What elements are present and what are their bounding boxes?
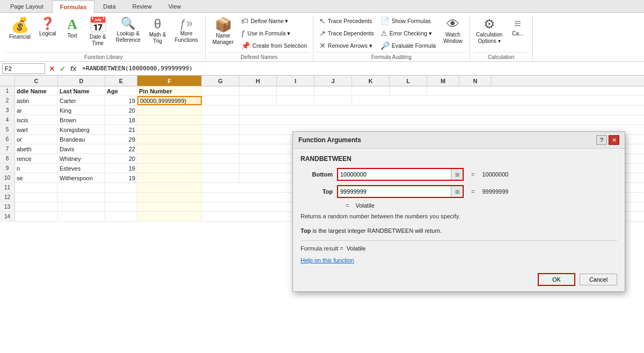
cell-c11[interactable] (15, 183, 58, 192)
cell-g4[interactable] (202, 115, 239, 124)
col-header-h[interactable]: H (239, 76, 277, 86)
cell-h2[interactable] (239, 96, 277, 105)
cell-d6[interactable]: Brandeau (58, 135, 105, 144)
cell-e14[interactable] (105, 212, 137, 221)
cell-e3[interactable]: 20 (105, 106, 137, 115)
use-formula-btn[interactable]: ƒ Use in Formula ▾ (238, 27, 310, 39)
col-header-c[interactable]: C (15, 76, 58, 86)
cell-c13[interactable] (15, 202, 58, 211)
evaluate-formula-btn[interactable]: 🔎 Evaluate Formula (378, 40, 438, 52)
cell-d11[interactable] (58, 183, 105, 192)
cell-d4[interactable]: Brown (58, 115, 105, 124)
cell-f9[interactable] (137, 164, 202, 173)
cell-f12[interactable] (137, 193, 202, 202)
tab-formulas[interactable]: Formulas (52, 1, 95, 13)
cell-d7[interactable]: Davis (58, 144, 105, 153)
cell-f14[interactable] (137, 212, 202, 221)
cell-g9[interactable] (202, 164, 239, 173)
tab-review[interactable]: Review (125, 0, 160, 12)
cell-c14[interactable] (15, 212, 58, 221)
cell-f2[interactable]: 00000,99999999) (137, 96, 202, 105)
help-link[interactable]: Help on this function (301, 257, 354, 263)
watch-window-btn[interactable]: 👁 Watch Window (440, 15, 466, 47)
define-name-btn[interactable]: 🏷 Define Name ▾ (238, 15, 310, 27)
cell-g3[interactable] (202, 106, 239, 115)
col-header-i[interactable]: I (277, 76, 314, 86)
cell-e5[interactable]: 21 (105, 125, 137, 134)
arg-top-input[interactable] (338, 187, 451, 196)
cell-e10[interactable]: 19 (105, 173, 137, 182)
logical-btn[interactable]: ❓ Logical (35, 15, 60, 40)
cell-g6[interactable] (202, 135, 239, 144)
col-header-m[interactable]: M (427, 76, 459, 86)
cell-e1[interactable]: Age (105, 86, 137, 95)
cell-c10[interactable]: se (15, 173, 58, 182)
tab-page-layout[interactable]: Page Layout (2, 0, 52, 12)
arg-bottom-pick-btn[interactable]: ⊞ (451, 169, 463, 180)
cell-c5[interactable]: wart (15, 125, 58, 134)
cell-g1[interactable] (202, 86, 239, 95)
cell-f13[interactable] (137, 202, 202, 211)
ok-button[interactable]: OK (538, 273, 575, 286)
cell-g7[interactable] (202, 144, 239, 153)
cell-d1[interactable]: Last Name (58, 86, 105, 95)
arg-bottom-input[interactable] (338, 170, 451, 179)
calc-options-btn[interactable]: ⚙ Calculation Options ▾ (473, 15, 506, 47)
cell-e7[interactable]: 22 (105, 144, 137, 153)
col-header-k[interactable]: K (352, 76, 390, 86)
cell-e8[interactable]: 20 (105, 154, 137, 163)
name-box[interactable] (2, 63, 45, 74)
cell-g2[interactable] (202, 96, 239, 105)
cell-d3[interactable]: King (58, 106, 105, 115)
cell-e6[interactable]: 29 (105, 135, 137, 144)
col-header-n[interactable]: N (459, 76, 492, 86)
cancel-button[interactable]: Cancel (580, 274, 617, 285)
calc-now-btn[interactable]: ≡ Ca... (507, 15, 529, 40)
cell-d12[interactable] (58, 193, 105, 202)
col-header-l[interactable]: L (390, 76, 427, 86)
insert-function-icon[interactable]: fx (69, 64, 78, 72)
cell-d8[interactable]: Whitney (58, 154, 105, 163)
formula-input[interactable] (80, 64, 642, 72)
tab-data[interactable]: Data (95, 0, 123, 12)
cell-f11[interactable] (137, 183, 202, 192)
cell-k1[interactable] (352, 86, 390, 95)
text-btn[interactable]: A Text (61, 15, 84, 42)
cell-d13[interactable] (58, 202, 105, 211)
remove-arrows-btn[interactable]: ✕ Remove Arrows ▾ (317, 40, 377, 52)
cell-h1[interactable] (239, 86, 277, 95)
col-header-d[interactable]: D (58, 76, 105, 86)
more-functions-btn[interactable]: ƒ» More Functions (171, 15, 201, 46)
cell-c12[interactable] (15, 193, 58, 202)
tab-view[interactable]: View (160, 0, 189, 12)
cell-i1[interactable] (277, 86, 314, 95)
trace-precedents-btn[interactable]: ↖ Trace Precedents (317, 15, 377, 27)
financial-btn[interactable]: 💰 Financial (5, 15, 34, 43)
cell-f1[interactable]: Pin Number (137, 86, 202, 95)
cell-f6[interactable] (137, 135, 202, 144)
col-header-e[interactable]: E (105, 76, 137, 86)
cell-f5[interactable] (137, 125, 202, 134)
cell-e9[interactable]: 19 (105, 164, 137, 173)
dialog-close-btn[interactable]: ✕ (609, 135, 619, 145)
col-header-j[interactable]: J (314, 76, 352, 86)
col-header-f[interactable]: F (137, 76, 202, 86)
cell-f8[interactable] (137, 154, 202, 163)
cell-d2[interactable]: Carter (58, 96, 105, 105)
cell-c6[interactable]: or (15, 135, 58, 144)
cell-c4[interactable]: iscis (15, 115, 58, 124)
dialog-help-btn[interactable]: ? (596, 135, 607, 145)
cell-c7[interactable]: abeth (15, 144, 58, 153)
cell-c1[interactable]: ddle Name (15, 86, 58, 95)
cell-e11[interactable] (105, 183, 137, 192)
cell-c9[interactable]: n (15, 164, 58, 173)
create-selection-btn[interactable]: 📌 Create from Selection (238, 40, 310, 52)
cell-l1[interactable] (390, 86, 427, 95)
cell-e12[interactable] (105, 193, 137, 202)
cell-f3[interactable] (137, 106, 202, 115)
cell-e13[interactable] (105, 202, 137, 211)
col-header-g[interactable]: G (202, 76, 239, 86)
error-checking-btn[interactable]: ⚠ Error Checking ▾ (378, 27, 438, 39)
confirm-formula-icon[interactable]: ✓ (58, 64, 68, 73)
cell-c8[interactable]: rence (15, 154, 58, 163)
